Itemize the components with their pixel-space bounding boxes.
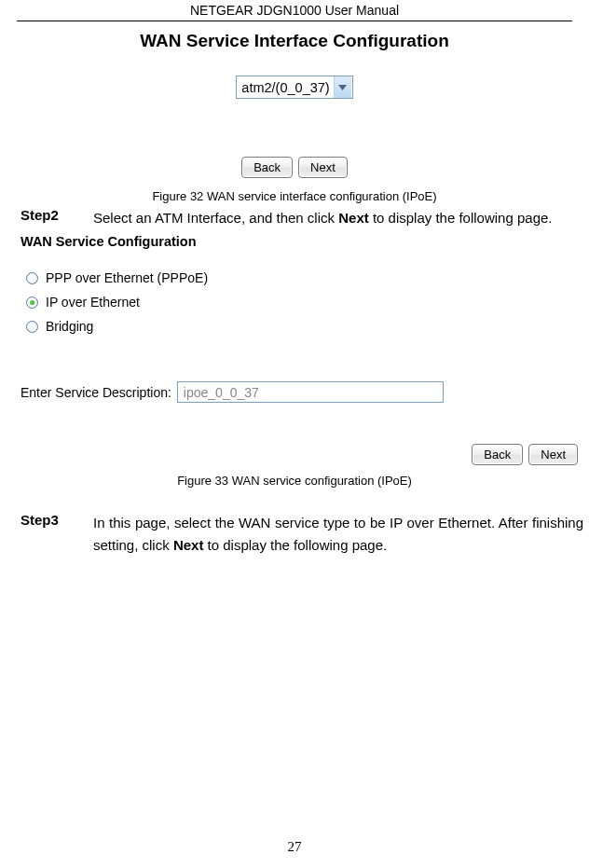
back-button[interactable]: Back xyxy=(472,444,523,465)
radio-label: Bridging xyxy=(46,319,93,334)
figure-33-screenshot: WAN Service Configuration PPP over Ether… xyxy=(21,234,589,465)
step3-text: In this page, select the WAN service typ… xyxy=(93,512,589,556)
radio-icon xyxy=(26,321,38,333)
step3-row: Step3 In this page, select the WAN servi… xyxy=(0,512,589,556)
next-button[interactable]: Next xyxy=(528,444,578,465)
radio-option-pppoe[interactable]: PPP over Ethernet (PPPoE) xyxy=(26,266,589,290)
service-description-input[interactable] xyxy=(177,381,444,403)
service-type-radio-group: PPP over Ethernet (PPPoE) IP over Ethern… xyxy=(26,266,589,338)
radio-icon xyxy=(26,296,38,309)
radio-label: IP over Ethernet xyxy=(46,295,140,310)
figure-33-caption: Figure 33 WAN service configuration (IPo… xyxy=(0,474,589,488)
service-description-label: Enter Service Description: xyxy=(21,385,171,400)
step2-row: Step2 Select an ATM Interface, and then … xyxy=(0,207,589,228)
radio-option-bridging[interactable]: Bridging xyxy=(26,314,589,338)
radio-label: PPP over Ethernet (PPPoE) xyxy=(46,270,208,285)
next-button[interactable]: Next xyxy=(298,157,348,178)
radio-option-ipoe[interactable]: IP over Ethernet xyxy=(26,290,589,314)
step2-label: Step2 xyxy=(21,207,93,223)
atm-interface-select[interactable]: atm2/(0_0_37) xyxy=(236,76,352,99)
step3-label: Step3 xyxy=(21,512,93,528)
wan-interface-config-title: WAN Service Interface Configuration xyxy=(140,31,449,51)
page-header: NETGEAR JDGN1000 User Manual xyxy=(17,3,572,21)
figure-32-caption: Figure 32 WAN service interface configur… xyxy=(0,189,589,203)
wan-service-config-title: WAN Service Configuration xyxy=(21,234,589,249)
step2-text: Select an ATM Interface, and then click … xyxy=(93,207,558,228)
radio-icon xyxy=(26,272,38,284)
figure-33-button-row: Back Next xyxy=(21,444,589,465)
service-description-row: Enter Service Description: xyxy=(21,381,589,403)
figure-32-button-row: Back Next xyxy=(0,157,589,178)
figure-32-screenshot: WAN Service Interface Configuration atm2… xyxy=(0,31,589,178)
back-button[interactable]: Back xyxy=(241,157,293,178)
atm-interface-select-value: atm2/(0_0_37) xyxy=(237,76,333,98)
dropdown-arrow-icon xyxy=(334,76,351,98)
page-number: 27 xyxy=(0,839,589,855)
